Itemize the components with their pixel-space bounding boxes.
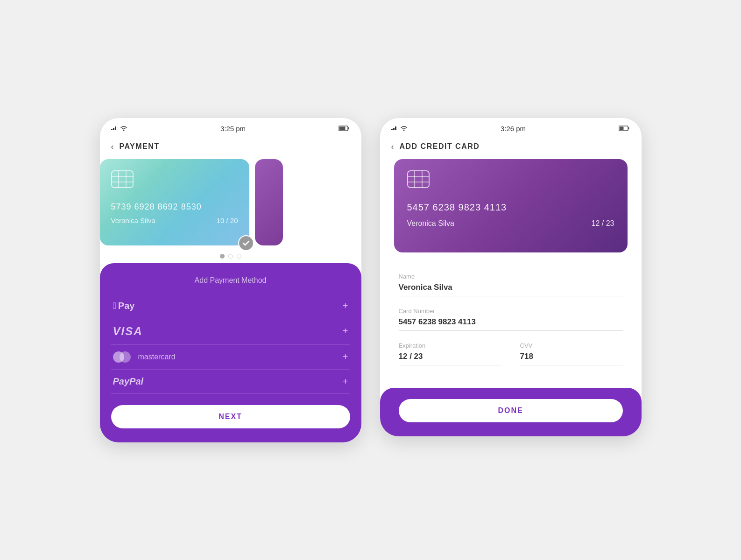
svg-rect-6 — [339, 127, 346, 130]
mastercard-item[interactable]: mastercard + — [111, 345, 350, 370]
form-row-expiry-cvv: Expiration 12 / 23 CVV 718 — [399, 342, 623, 377]
card-number-value[interactable]: 5457 6238 9823 4113 — [399, 317, 623, 331]
back-button-2[interactable]: ‹ — [391, 142, 394, 152]
card-teal[interactable]: 5739 6928 8692 8530 Veronica Silva 10 / … — [100, 159, 249, 245]
status-time-1: 3:25 pm — [220, 125, 246, 133]
paypal-label: PayPal — [113, 376, 144, 387]
dot-3 — [237, 254, 241, 259]
add-card-screen-inner: 5457 6238 9823 4113 Veronica Silva 12 / … — [380, 159, 642, 436]
expiry-value[interactable]: 12 / 23 — [399, 352, 501, 365]
card-info-row-2: Veronica Silva 12 / 23 — [407, 219, 614, 228]
add-card-title: ADD CREDIT CARD — [400, 142, 480, 151]
purple-section: Add Payment Method  Pay + VISA + — [100, 263, 361, 442]
name-group: Name Veronica Silva — [399, 273, 623, 296]
svg-point-3 — [123, 130, 124, 131]
card-number-label: Card Number — [399, 308, 623, 315]
svg-marker-12 — [391, 129, 393, 130]
svg-rect-19 — [408, 171, 429, 188]
card-expiry-2: 12 / 23 — [592, 219, 614, 228]
add-card-screen: 3:26 pm ‹ ADD CREDIT CARD — [380, 118, 642, 436]
svg-marker-1 — [113, 128, 114, 130]
card-name-2: Veronica Silva — [407, 219, 454, 228]
expiry-group: Expiration 12 / 23 — [399, 342, 501, 365]
svg-marker-14 — [395, 126, 396, 130]
cards-area: 5739 6928 8692 8530 Veronica Silva 10 / … — [100, 159, 361, 245]
svg-marker-2 — [115, 126, 116, 130]
signal-icon-2 — [391, 126, 398, 131]
svg-marker-13 — [393, 128, 395, 130]
apple-pay-item[interactable]:  Pay + — [111, 294, 350, 318]
status-time-2: 3:26 pm — [501, 125, 526, 133]
done-button[interactable]: DONE — [399, 399, 623, 422]
cvv-group: CVV 718 — [520, 342, 623, 365]
paypal-plus-icon: + — [343, 376, 348, 387]
card-name-1: Veronica Silva — [111, 217, 155, 224]
wifi-icon — [120, 126, 127, 131]
chip-icon-2 — [407, 170, 430, 188]
back-button-1[interactable]: ‹ — [111, 142, 114, 152]
card-info-row-1: Veronica Silva 10 / 20 — [111, 217, 238, 224]
name-label: Name — [399, 273, 623, 280]
name-value[interactable]: Veronica Silva — [399, 283, 623, 296]
svg-rect-7 — [112, 171, 133, 188]
add-card-header: ‹ ADD CREDIT CARD — [380, 136, 642, 159]
card-purple-peek[interactable] — [255, 159, 283, 245]
next-button[interactable]: NEXT — [111, 405, 350, 428]
mastercard-plus-icon: + — [343, 351, 348, 362]
dot-2 — [228, 254, 233, 259]
visa-item[interactable]: VISA + — [111, 318, 350, 345]
paypal-item[interactable]: PayPal + — [111, 370, 350, 394]
visa-label: VISA — [113, 325, 143, 338]
status-bar-1: 3:25 pm — [100, 118, 361, 136]
svg-rect-17 — [628, 127, 629, 130]
card-purple-full: 5457 6238 9823 4113 Veronica Silva 12 / … — [394, 159, 628, 252]
chip-icon — [111, 170, 134, 188]
payment-screen: 3:25 pm ‹ PAYMENT — [100, 118, 361, 442]
svg-marker-0 — [111, 129, 113, 130]
form-section: Name Veronica Silva Card Number 5457 623… — [380, 262, 642, 388]
apple-pay-plus-icon: + — [343, 301, 348, 311]
card-area-2: 5457 6238 9823 4113 Veronica Silva 12 / … — [380, 159, 642, 262]
visa-plus-icon: + — [343, 326, 348, 336]
card-dots — [100, 245, 361, 263]
svg-rect-18 — [620, 127, 624, 130]
cvv-value[interactable]: 718 — [520, 352, 623, 365]
cards-row: 5739 6928 8692 8530 Veronica Silva 10 / … — [100, 159, 361, 245]
dot-1 — [220, 254, 225, 259]
svg-point-15 — [403, 130, 404, 131]
mastercard-row: mastercard — [113, 351, 176, 363]
battery-icon-1 — [339, 126, 350, 131]
apple-pay-label:  Pay — [113, 301, 135, 311]
mastercard-circles — [113, 351, 131, 363]
expiry-label: Expiration — [399, 342, 501, 349]
payment-title: PAYMENT — [120, 142, 160, 151]
wifi-icon-2 — [400, 126, 408, 131]
status-bar-2: 3:26 pm — [380, 118, 642, 136]
mastercard-label: mastercard — [138, 353, 176, 361]
svg-rect-5 — [348, 127, 349, 130]
add-payment-title: Add Payment Method — [111, 276, 350, 285]
signal-icon — [111, 126, 118, 131]
card-number-2: 5457 6238 9823 4113 — [407, 202, 614, 213]
selected-badge — [238, 235, 254, 251]
payment-header: ‹ PAYMENT — [100, 136, 361, 159]
cvv-label: CVV — [520, 342, 623, 349]
mc-circle-right — [120, 351, 131, 363]
battery-icon-2 — [619, 126, 630, 131]
done-section: DONE — [380, 388, 642, 436]
card-number-group: Card Number 5457 6238 9823 4113 — [399, 308, 623, 331]
card-number-1: 5739 6928 8692 8530 — [111, 202, 238, 212]
card-expiry-1: 10 / 20 — [217, 217, 238, 224]
